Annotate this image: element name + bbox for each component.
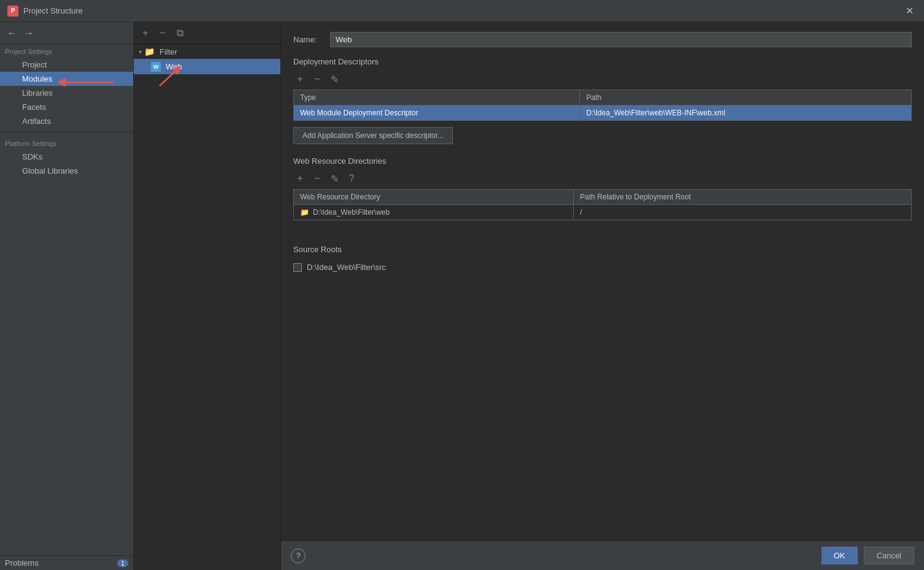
separator-1 bbox=[293, 144, 912, 156]
sidebar-item-global-libraries[interactable]: Global Libraries bbox=[0, 164, 133, 178]
module-icon: W bbox=[151, 61, 161, 72]
sidebar-item-label-artifacts: Artifacts bbox=[22, 117, 51, 126]
back-button[interactable]: ← bbox=[5, 26, 18, 40]
wrd-row-1[interactable]: 📁 D:\Idea_Web\Filter\web / bbox=[294, 205, 912, 220]
wrd-col-directory: Web Resource Directory bbox=[294, 190, 574, 205]
tree-remove-button[interactable]: − bbox=[156, 26, 169, 40]
wrd-toolbar: + − ✎ ? bbox=[293, 172, 912, 185]
sidebar-item-sdks[interactable]: SDKs bbox=[0, 150, 133, 164]
close-button[interactable]: ✕ bbox=[902, 4, 917, 18]
sidebar: ← → Project Settings Project Modules Lib… bbox=[0, 22, 134, 570]
dd-edit-button[interactable]: ✎ bbox=[328, 72, 341, 86]
dd-remove-button[interactable]: − bbox=[310, 72, 324, 86]
dd-cell-type: Web Module Deployment Descriptor bbox=[294, 106, 580, 121]
sidebar-item-project[interactable]: Project bbox=[0, 58, 133, 72]
wrd-help-button[interactable]: ? bbox=[345, 172, 358, 185]
chevron-down-icon: ▾ bbox=[139, 48, 142, 55]
separator-2 bbox=[293, 220, 912, 233]
add-descriptor-button[interactable]: Add Application Server specific descript… bbox=[293, 127, 453, 144]
sidebar-item-modules[interactable]: Modules bbox=[0, 72, 133, 86]
wrd-edit-button[interactable]: ✎ bbox=[328, 172, 341, 185]
app-icon: P bbox=[7, 6, 18, 17]
sidebar-item-label-project: Project bbox=[22, 60, 47, 69]
dd-row-1[interactable]: Web Module Deployment Descriptor D:\Idea… bbox=[294, 106, 912, 121]
bottom-bar: ? OK Cancel bbox=[281, 541, 924, 570]
title-bar: P Project Structure ✕ bbox=[0, 0, 924, 22]
sidebar-divider bbox=[0, 132, 133, 133]
tree-item-filter[interactable]: ▾ 📁 Filter bbox=[134, 44, 280, 59]
wrd-cell-directory: 📁 D:\Idea_Web\Filter\web bbox=[294, 205, 574, 220]
sidebar-item-artifacts[interactable]: Artifacts bbox=[0, 114, 133, 128]
source-roots-title: Source Roots bbox=[293, 245, 912, 254]
help-button[interactable]: ? bbox=[291, 549, 306, 563]
wrd-add-button[interactable]: + bbox=[293, 172, 307, 185]
dd-add-button[interactable]: + bbox=[293, 72, 307, 86]
problems-badge: 1 bbox=[117, 560, 128, 567]
sidebar-item-label-libraries: Libraries bbox=[22, 88, 53, 98]
dd-cell-path: D:\Idea_Web\Filter\web\WEB-INF\web.xml bbox=[580, 106, 912, 121]
sidebar-item-libraries[interactable]: Libraries bbox=[0, 86, 133, 100]
wrd-remove-button[interactable]: − bbox=[310, 172, 324, 185]
web-resource-directories-table: Web Resource Directory Path Relative to … bbox=[293, 189, 912, 220]
ok-button[interactable]: OK bbox=[822, 547, 858, 564]
forward-button[interactable]: → bbox=[22, 26, 36, 40]
wrd-col-path-relative: Path Relative to Deployment Root bbox=[574, 190, 912, 205]
wrd-cell-path-relative: / bbox=[574, 205, 912, 220]
window-title: Project Structure bbox=[23, 6, 83, 15]
cancel-button[interactable]: Cancel bbox=[864, 547, 914, 564]
source-root-label: D:\Idea_Web\Filter\src bbox=[307, 263, 386, 272]
name-row: Name: bbox=[293, 32, 912, 47]
nav-toolbar: ← → bbox=[0, 22, 133, 44]
separator-3 bbox=[293, 233, 912, 245]
problems-row[interactable]: Problems 1 bbox=[0, 555, 133, 570]
name-input[interactable] bbox=[330, 32, 912, 47]
source-root-row-1: D:\Idea_Web\Filter\src bbox=[293, 260, 912, 274]
deployment-descriptors-table: Type Path Web Module Deployment Descript… bbox=[293, 90, 912, 121]
content-area: Name: Deployment Descriptors + − ✎ Type … bbox=[281, 22, 924, 570]
tree-item-label-filter: Filter bbox=[160, 47, 177, 56]
source-root-checkbox[interactable] bbox=[293, 263, 302, 272]
platform-settings-header: Platform Settings bbox=[0, 136, 133, 150]
tree-toolbar: + − ⧉ bbox=[134, 22, 280, 44]
content-inner: Name: Deployment Descriptors + − ✎ Type … bbox=[281, 22, 924, 541]
deployment-descriptors-title: Deployment Descriptors bbox=[293, 57, 912, 66]
sidebar-item-facets[interactable]: Facets bbox=[0, 100, 133, 114]
dialog-buttons: OK Cancel bbox=[822, 547, 914, 564]
tree-copy-button[interactable]: ⧉ bbox=[173, 26, 187, 40]
web-resource-directories-title: Web Resource Directories bbox=[293, 156, 912, 166]
folder-icon: 📁 bbox=[144, 47, 155, 56]
dd-col-path: Path bbox=[580, 90, 912, 106]
sidebar-item-label-modules: Modules bbox=[22, 74, 52, 83]
web-folder-icon: 📁 bbox=[300, 208, 309, 217]
sidebar-item-label-global-libraries: Global Libraries bbox=[22, 166, 78, 175]
sidebar-item-label-sdks: SDKs bbox=[22, 152, 42, 161]
tree-panel: + − ⧉ ▾ 📁 Filter W Web bbox=[134, 22, 281, 570]
name-label: Name: bbox=[293, 35, 324, 44]
main-container: ← → Project Settings Project Modules Lib… bbox=[0, 22, 924, 570]
tree-item-label-web: Web bbox=[166, 62, 182, 71]
dd-col-type: Type bbox=[294, 90, 580, 106]
tree-item-web[interactable]: W Web bbox=[134, 59, 280, 74]
problems-label: Problems bbox=[5, 558, 39, 568]
deployment-toolbar: + − ✎ bbox=[293, 72, 912, 86]
sidebar-item-label-facets: Facets bbox=[22, 102, 46, 112]
project-settings-header: Project Settings bbox=[0, 44, 133, 58]
tree-add-button[interactable]: + bbox=[139, 26, 152, 40]
